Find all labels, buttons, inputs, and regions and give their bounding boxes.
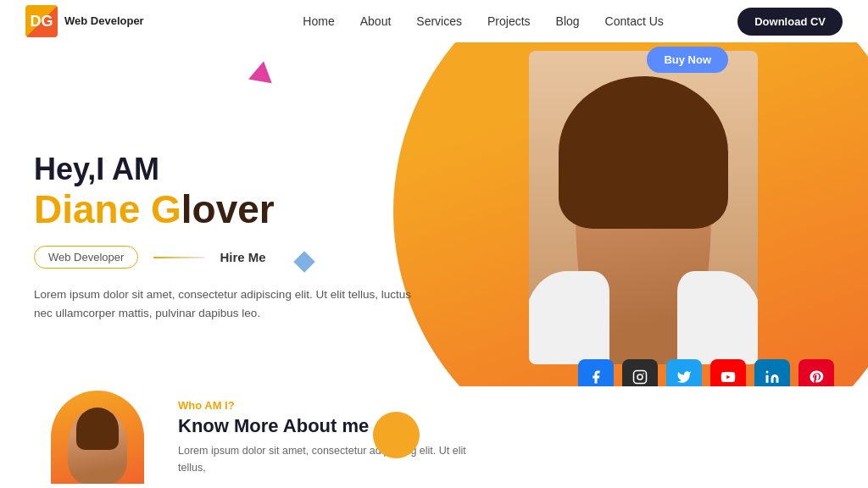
svg-point-2: [643, 373, 644, 374]
nav-home[interactable]: Home: [303, 14, 334, 28]
logo: DG Web Developer: [25, 5, 161, 37]
nav-actions: Download CV: [737, 8, 843, 36]
nav-links: Home About Services Projects Blog Contac…: [229, 14, 737, 28]
person-hair: [559, 76, 728, 229]
person-shoulder-right: [677, 271, 758, 364]
hero-description: Lorem ipsum dolor sit amet, consectetur …: [34, 286, 415, 324]
bottom-person-hair: [76, 408, 119, 450]
hire-me-link[interactable]: Hire Me: [220, 250, 265, 264]
about-label: Who AM I?: [178, 399, 475, 412]
hero-role-line: Web Developer Hire Me: [34, 246, 415, 269]
bottom-person-image: [51, 391, 144, 484]
hero-person-image: [529, 51, 758, 364]
buy-now-button[interactable]: Buy Now: [647, 47, 728, 73]
hero-name-first: Diane: [34, 187, 151, 231]
nav-blog[interactable]: Blog: [556, 14, 580, 28]
nav-about[interactable]: About: [360, 14, 392, 28]
triangle-decoration: [248, 59, 275, 83]
nav-contact[interactable]: Contact Us: [605, 14, 664, 28]
person-shoulder-left: [529, 271, 609, 364]
nav-services[interactable]: Services: [416, 14, 462, 28]
bottom-section: Who AM I? Know More About me Lorem ipsum…: [0, 386, 868, 488]
hero-greeting: Hey,I AM: [34, 152, 415, 186]
svg-point-1: [637, 374, 643, 380]
about-section: Who AM I? Know More About me Lorem ipsum…: [178, 399, 475, 476]
hero-name-g: G: [151, 187, 181, 231]
person-face: [576, 102, 711, 364]
about-title: Know More About me: [178, 415, 475, 437]
bottom-person-face: [68, 408, 127, 484]
role-divider: [153, 257, 204, 258]
svg-rect-0: [634, 371, 647, 384]
orange-circle-small: [373, 412, 420, 458]
hero-name: Diane Glover: [34, 188, 415, 231]
svg-point-5: [766, 371, 769, 374]
nav-projects[interactable]: Projects: [487, 14, 531, 28]
about-description: Lorem ipsum dolor sit amet, consectetur …: [178, 442, 475, 476]
hero-name-rest: lover: [181, 187, 275, 231]
hero-content: Hey,I AM Diane Glover Web Developer Hire…: [34, 152, 415, 324]
svg-rect-4: [766, 375, 769, 383]
navbar: DG Web Developer Home About Services Pro…: [0, 0, 868, 42]
download-cv-button[interactable]: Download CV: [737, 8, 843, 36]
role-badge: Web Developer: [34, 246, 138, 269]
logo-icon: DG: [25, 5, 58, 37]
logo-text: Web Developer: [64, 14, 144, 28]
